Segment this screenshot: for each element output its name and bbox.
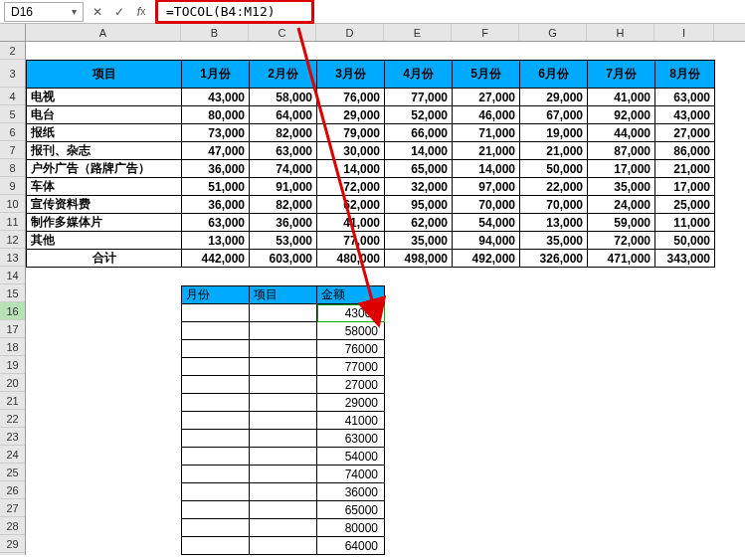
- data-cell[interactable]: 92,000: [588, 106, 655, 124]
- data-cell[interactable]: 59,000: [588, 214, 655, 232]
- header-month[interactable]: 5月份: [453, 61, 520, 89]
- col-header-G[interactable]: G: [519, 24, 587, 41]
- empty-cell[interactable]: [182, 394, 250, 412]
- data-cell[interactable]: 27,000: [655, 124, 715, 142]
- data-cell[interactable]: 17,000: [588, 160, 655, 178]
- data-cell[interactable]: 91,000: [250, 178, 317, 196]
- empty-cell[interactable]: [182, 537, 250, 555]
- amount-cell[interactable]: 29000: [317, 394, 385, 412]
- data-cell[interactable]: 72,000: [317, 178, 385, 196]
- header-month[interactable]: 8月份: [655, 61, 715, 89]
- row-header[interactable]: 26: [0, 481, 25, 499]
- total-cell[interactable]: 326,000: [520, 250, 588, 268]
- data-cell[interactable]: 54,000: [453, 214, 520, 232]
- col-header-D[interactable]: D: [316, 24, 384, 41]
- empty-cell[interactable]: [250, 519, 317, 537]
- amount-cell[interactable]: 64000: [317, 537, 385, 555]
- row-header[interactable]: 20: [0, 374, 25, 392]
- row-header[interactable]: 28: [0, 517, 25, 535]
- header-month[interactable]: 7月份: [588, 61, 655, 89]
- row-header[interactable]: 5: [0, 105, 25, 123]
- empty-cell[interactable]: [182, 519, 250, 537]
- data-cell[interactable]: 19,000: [520, 124, 588, 142]
- row-label[interactable]: 报纸: [27, 124, 182, 142]
- data-cell[interactable]: 35,000: [588, 178, 655, 196]
- chevron-down-icon[interactable]: ▾: [72, 6, 77, 17]
- amount-cell[interactable]: 36000: [317, 483, 385, 501]
- data-cell[interactable]: 76,000: [317, 89, 385, 106]
- empty-cell[interactable]: [250, 466, 317, 483]
- data-cell[interactable]: 77,000: [385, 89, 453, 106]
- data-cell[interactable]: 80,000: [182, 106, 250, 124]
- data-cell[interactable]: 46,000: [453, 106, 520, 124]
- data-cell[interactable]: 53,000: [250, 232, 317, 250]
- data-cell[interactable]: 74,000: [250, 160, 317, 178]
- total-cell[interactable]: 603,000: [250, 250, 317, 268]
- header-month[interactable]: 6月份: [520, 61, 588, 89]
- data-cell[interactable]: 52,000: [385, 106, 453, 124]
- data-cell[interactable]: 25,000: [655, 196, 715, 214]
- header-month[interactable]: 2月份: [250, 61, 317, 89]
- row-label[interactable]: 制作多媒体片: [27, 214, 182, 232]
- amount-cell[interactable]: 41000: [317, 412, 385, 430]
- col-header-C[interactable]: C: [249, 24, 316, 41]
- row-header[interactable]: 19: [0, 356, 25, 374]
- row-header[interactable]: 27: [0, 499, 25, 517]
- empty-cell[interactable]: [182, 448, 250, 466]
- data-cell[interactable]: 94,000: [453, 232, 520, 250]
- data-cell[interactable]: 36,000: [182, 196, 250, 214]
- empty-cell[interactable]: [182, 304, 250, 322]
- empty-cell[interactable]: [182, 483, 250, 501]
- col-header-A[interactable]: A: [26, 24, 181, 41]
- data-cell[interactable]: 82,000: [250, 124, 317, 142]
- amount-cell[interactable]: 27000: [317, 376, 385, 394]
- empty-cell[interactable]: [250, 483, 317, 501]
- data-cell[interactable]: 36,000: [182, 160, 250, 178]
- row-header[interactable]: 15: [0, 284, 25, 302]
- row-header[interactable]: 14: [0, 267, 25, 284]
- row-label[interactable]: 电视: [27, 89, 182, 106]
- header-month[interactable]: 1月份: [182, 61, 250, 89]
- worksheet[interactable]: 项目 1月份 2月份 3月份 4月份 5月份 6月份 7月份 8月份 电视43,…: [26, 42, 715, 555]
- data-cell[interactable]: 50,000: [655, 232, 715, 250]
- data-cell[interactable]: 87,000: [588, 142, 655, 160]
- row-header[interactable]: 17: [0, 320, 25, 338]
- data-cell[interactable]: 71,000: [453, 124, 520, 142]
- accept-formula-button[interactable]: ✓: [109, 2, 129, 22]
- data-cell[interactable]: 11,000: [655, 214, 715, 232]
- empty-cell[interactable]: [250, 394, 317, 412]
- data-cell[interactable]: 29,000: [317, 106, 385, 124]
- small-header[interactable]: 月份: [182, 286, 250, 304]
- row-label[interactable]: 宣传资料费: [27, 196, 182, 214]
- empty-cell[interactable]: [250, 448, 317, 466]
- col-header-F[interactable]: F: [452, 24, 519, 41]
- row-header[interactable]: 29: [0, 535, 25, 553]
- data-cell[interactable]: 72,000: [588, 232, 655, 250]
- empty-cell[interactable]: [250, 304, 317, 322]
- data-cell[interactable]: 30,000: [317, 142, 385, 160]
- formula-input[interactable]: =TOCOL(B4:M12): [155, 0, 314, 24]
- row-label[interactable]: 户外广告（路牌广告）: [27, 160, 182, 178]
- row-header[interactable]: 21: [0, 392, 25, 410]
- data-cell[interactable]: 82,000: [250, 196, 317, 214]
- data-cell[interactable]: 32,000: [385, 178, 453, 196]
- row-header[interactable]: 25: [0, 464, 25, 481]
- select-all-corner[interactable]: [0, 24, 26, 42]
- data-cell[interactable]: 21,000: [520, 142, 588, 160]
- data-cell[interactable]: 13,000: [520, 214, 588, 232]
- data-cell[interactable]: 50,000: [520, 160, 588, 178]
- data-cell[interactable]: 62,000: [385, 214, 453, 232]
- data-cell[interactable]: 62,000: [317, 196, 385, 214]
- amount-cell[interactable]: 43000: [317, 304, 385, 322]
- data-cell[interactable]: 13,000: [182, 232, 250, 250]
- small-header[interactable]: 项目: [250, 286, 317, 304]
- total-cell[interactable]: 480,000: [317, 250, 385, 268]
- total-cell[interactable]: 498,000: [385, 250, 453, 268]
- empty-cell[interactable]: [182, 466, 250, 483]
- empty-cell[interactable]: [250, 322, 317, 340]
- row-header[interactable]: 7: [0, 141, 25, 159]
- data-cell[interactable]: 35,000: [520, 232, 588, 250]
- data-cell[interactable]: 86,000: [655, 142, 715, 160]
- data-cell[interactable]: 64,000: [250, 106, 317, 124]
- data-cell[interactable]: 51,000: [182, 178, 250, 196]
